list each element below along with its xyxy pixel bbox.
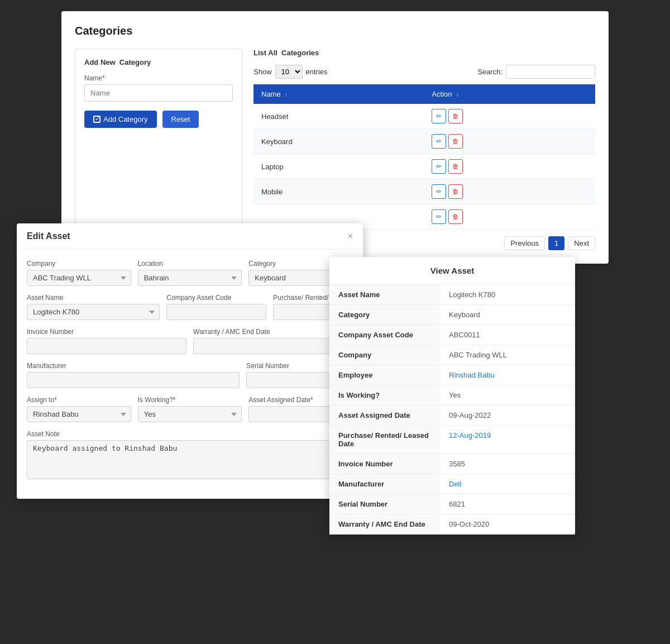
view-row-is-working: Is Working? Yes [329, 385, 575, 406]
company-select[interactable]: ABC Trading WLL [27, 270, 131, 286]
list-category-box: List All Categories Show 10 25 50 entrie… [253, 49, 595, 250]
view-value-category: Keyboard [440, 305, 575, 325]
view-panel-title: View Asset [329, 257, 575, 285]
view-label-company: Company [329, 345, 440, 365]
manufacturer-label: Manufacturer [27, 362, 240, 370]
view-label-warranty: Warranty / AMC End Date [329, 514, 440, 535]
modal-title: Edit Asset [27, 231, 70, 241]
view-label-employee: Employee [329, 365, 440, 385]
note-label: Asset Note [27, 430, 353, 438]
form-row-3: Invoice Number 3585 Warranty / AMC End D… [27, 328, 353, 354]
view-asset-panel: View Asset Asset Name Logitech K780 Cate… [329, 257, 575, 535]
manufacturer-input[interactable]: Dell [27, 372, 240, 388]
add-category-box: Add New Category Name* ✓ Add Category Re… [75, 49, 242, 250]
table-header-row: Name ↕ Action ↕ [253, 84, 595, 104]
col-name[interactable]: Name ↕ [253, 84, 424, 104]
table-row: Laptop ✏ 🗑 [253, 154, 595, 179]
action-btns: ✏ 🗑 [432, 159, 587, 174]
location-field: Location Bahrain [138, 260, 242, 286]
invoice-number-label: Invoice Number [27, 328, 186, 336]
edit-button[interactable]: ✏ [432, 209, 446, 224]
view-value-serial-number: 6821 [440, 494, 575, 514]
action-btns: ✏ 🗑 [432, 209, 587, 224]
prev-page-button[interactable]: Previous [504, 236, 545, 250]
is-working-field: Is Working?* Yes [138, 396, 242, 422]
view-row-employee: Employee Rinshad Babu [329, 365, 575, 385]
action-btns: ✏ 🗑 [432, 134, 587, 149]
name-label: Name* [84, 74, 233, 82]
row-name: Keyboard [253, 129, 424, 154]
search-input[interactable] [506, 65, 595, 79]
row-name: Headset [253, 104, 424, 129]
view-value-company: ABC Trading WLL [440, 345, 575, 365]
name-input[interactable] [84, 84, 233, 102]
form-row-6: Asset Note Keyboard assigned to Rinshad … [27, 430, 353, 481]
form-row-1: Company ABC Trading WLL Location Bahrain… [27, 260, 353, 286]
company-field: Company ABC Trading WLL [27, 260, 131, 286]
is-working-select[interactable]: Yes [138, 406, 242, 422]
company-asset-code-input[interactable]: ABC0011 [166, 304, 266, 320]
view-label-category: Category [329, 305, 440, 325]
action-btns: ✏ 🗑 [432, 109, 587, 123]
delete-button[interactable]: 🗑 [448, 109, 463, 123]
location-label: Location [138, 260, 242, 268]
panel-body: Add New Category Name* ✓ Add Category Re… [75, 49, 595, 250]
row-actions: ✏ 🗑 [424, 104, 595, 129]
view-asset-table: Asset Name Logitech K780 Category Keyboa… [329, 285, 575, 535]
name-form-group: Name* [84, 74, 233, 102]
view-value-company-asset-code: ABC0011 [440, 325, 575, 345]
manufacturer-field: Manufacturer Dell [27, 362, 240, 388]
edit-button[interactable]: ✏ [432, 184, 446, 199]
asset-name-field: Asset Name Logitech K780 [27, 294, 160, 320]
edit-button[interactable]: ✏ [432, 134, 446, 149]
row-actions: ✏ 🗑 [424, 204, 595, 230]
entries-label: entries [306, 68, 328, 76]
view-label-assigned-date: Asset Assigned Date [329, 406, 440, 426]
table-controls: Show 10 25 50 entries Search: [253, 65, 595, 79]
view-label-purchase-date: Purchase/ Rented/ Leased Date [329, 426, 440, 454]
edit-button[interactable]: ✏ [432, 109, 446, 123]
company-asset-code-field: Company Asset Code ABC0011 [166, 294, 266, 320]
view-row-company-asset-code: Company Asset Code ABC0011 [329, 325, 575, 345]
close-modal-button[interactable]: × [348, 231, 353, 241]
form-row-4: Manufacturer Dell Serial Number 6821 [27, 362, 353, 388]
view-value-is-working: Yes [440, 385, 575, 406]
assign-to-select[interactable]: Rinshad Babu [27, 406, 131, 422]
add-category-button[interactable]: ✓ Add Category [84, 111, 157, 128]
asset-name-label: Asset Name [27, 294, 160, 302]
table-row: Headset ✏ 🗑 [253, 104, 595, 129]
delete-button[interactable]: 🗑 [448, 209, 463, 224]
list-box-title: List All Categories [253, 49, 595, 57]
view-value-invoice-number: 3585 [440, 454, 575, 474]
entries-select[interactable]: 10 25 50 [275, 65, 303, 79]
delete-button[interactable]: 🗑 [448, 184, 463, 199]
modal-header: Edit Asset × [17, 223, 363, 250]
view-label-is-working: Is Working? [329, 385, 440, 406]
view-row-category: Category Keyboard [329, 305, 575, 325]
view-value-manufacturer: Dell [440, 474, 575, 494]
sort-icon-name: ↕ [285, 92, 288, 98]
page-1-button[interactable]: 1 [548, 236, 564, 250]
col-action[interactable]: Action ↕ [424, 84, 595, 104]
show-label: Show [253, 68, 272, 76]
view-row-purchase-date: Purchase/ Rented/ Leased Date 12-Aug-201… [329, 426, 575, 454]
note-textarea[interactable]: Keyboard assigned to Rinshad Babu [27, 440, 353, 479]
view-value-warranty: 09-Oct-2020 [440, 514, 575, 535]
reset-button[interactable]: Reset [162, 111, 199, 128]
add-category-btn-row: ✓ Add Category Reset [84, 111, 233, 128]
company-label: Company [27, 260, 131, 268]
edit-button[interactable]: ✏ [432, 159, 446, 174]
delete-button[interactable]: 🗑 [448, 134, 463, 149]
show-entries: Show 10 25 50 entries [253, 65, 328, 79]
assign-to-field: Assign to* Rinshad Babu [27, 396, 131, 422]
view-row-serial-number: Serial Number 6821 [329, 494, 575, 514]
invoice-number-field: Invoice Number 3585 [27, 328, 186, 354]
location-select[interactable]: Bahrain [138, 270, 242, 286]
view-label-asset-name: Asset Name [329, 285, 440, 305]
delete-button[interactable]: 🗑 [448, 159, 463, 174]
invoice-number-input[interactable]: 3585 [27, 338, 186, 354]
view-label-serial-number: Serial Number [329, 494, 440, 514]
asset-name-select[interactable]: Logitech K780 [27, 304, 160, 320]
next-page-button[interactable]: Next [568, 236, 595, 250]
form-row-5: Assign to* Rinshad Babu Is Working?* Yes… [27, 396, 353, 422]
